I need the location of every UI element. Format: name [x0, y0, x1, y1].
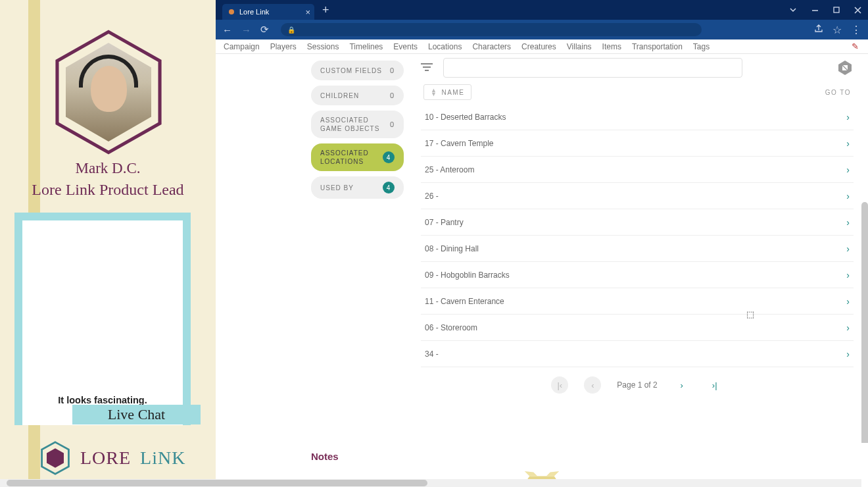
list-item[interactable]: 06 - Storeroom›: [421, 315, 854, 341]
menu-campaign[interactable]: Campaign: [224, 42, 260, 51]
menu-characters[interactable]: Characters: [472, 42, 511, 51]
pager-next-button[interactable]: ›: [673, 376, 690, 394]
svg-marker-14: [546, 471, 560, 476]
brand-word-1: LORE: [80, 448, 131, 469]
lock-icon: 🔒: [287, 26, 295, 34]
list-item[interactable]: 07 - Pantry›: [421, 209, 854, 236]
pager-prev-button[interactable]: ‹: [584, 376, 601, 394]
menu-villains[interactable]: Villains: [567, 42, 592, 51]
new-tab-button[interactable]: +: [322, 3, 329, 17]
kebab-menu-icon[interactable]: ⋮: [851, 24, 861, 36]
vertical-scrollbar[interactable]: [861, 202, 868, 443]
list-item[interactable]: 11 - Cavern Enterance›: [421, 288, 854, 315]
tab-badge: 4: [383, 151, 395, 163]
page-content: Campaign Players Sessions Timelines Even…: [216, 39, 868, 487]
notes-header: Notes: [216, 443, 868, 462]
browser-address-bar: ← → ⟳ 🔒 ☆ ⋮: [216, 20, 868, 39]
menu-items[interactable]: Items: [602, 42, 621, 51]
tab-used-by[interactable]: Used By 4: [311, 176, 404, 199]
chat-message: It looks fascinating.: [22, 395, 183, 405]
tab-label-line2: Locations: [320, 157, 369, 166]
chevron-right-icon[interactable]: ›: [846, 191, 850, 201]
chevron-right-icon[interactable]: ›: [846, 112, 850, 122]
tab-label: Used By: [320, 184, 354, 192]
app-menubar: Campaign Players Sessions Timelines Even…: [216, 39, 868, 54]
horizontal-scrollbar[interactable]: [216, 479, 861, 487]
brand-logo: LORE LiNK: [39, 441, 185, 475]
chevron-right-icon[interactable]: ›: [846, 270, 850, 280]
menu-players[interactable]: Players: [270, 42, 297, 51]
back-button[interactable]: ←: [222, 24, 232, 36]
scrollbar-thumb[interactable]: [216, 480, 427, 486]
tab-associated-locations[interactable]: Associated Locations 4: [311, 143, 404, 171]
browser-window: Lore Link × + ← → ⟳ 🔒 ☆ ⋮ Campaign Playe…: [216, 0, 868, 487]
list-item[interactable]: 10 - Deserted Barracks›: [421, 104, 854, 130]
pager-last-button[interactable]: ›|: [706, 376, 723, 394]
chevron-right-icon[interactable]: ›: [846, 296, 850, 307]
filter-icon[interactable]: [421, 61, 433, 75]
list-item[interactable]: 26 -›: [421, 183, 854, 209]
menu-transportation[interactable]: Transportation: [632, 42, 683, 51]
tab-label: Children: [320, 92, 359, 99]
tab-count: 0: [390, 120, 395, 128]
associated-locations-panel: ▲▼ Name Go To 10 - Deserted Barracks› 17…: [413, 54, 868, 443]
tab-custom-fields[interactable]: Custom Fields 0: [311, 61, 404, 80]
close-icon[interactable]: [854, 7, 861, 14]
hexagon-icon: [39, 441, 71, 475]
svg-marker-13: [525, 471, 538, 476]
menu-sessions[interactable]: Sessions: [307, 42, 339, 51]
chevron-right-icon[interactable]: ›: [846, 244, 850, 254]
favicon-icon: [229, 9, 234, 14]
menu-tags[interactable]: Tags: [693, 42, 710, 51]
stream-overlay-panel: Mark D.C. Lore Link Product Lead It look…: [0, 0, 216, 487]
close-icon[interactable]: ×: [305, 7, 310, 17]
star-icon[interactable]: ☆: [832, 24, 842, 36]
minimize-icon[interactable]: [811, 7, 819, 14]
chevron-right-icon[interactable]: ›: [846, 217, 850, 228]
browser-tab[interactable]: Lore Link ×: [222, 4, 314, 20]
list-item[interactable]: 25 - Anteroom›: [421, 157, 854, 183]
list-item[interactable]: 17 - Cavern Temple›: [421, 130, 854, 157]
tab-badge: 4: [383, 182, 395, 193]
menu-locations[interactable]: Locations: [428, 42, 462, 51]
hexagon-icon[interactable]: [836, 59, 854, 76]
sort-arrows-icon: ▲▼: [431, 88, 437, 96]
forward-button[interactable]: →: [241, 24, 251, 36]
tab-count: 0: [390, 91, 395, 99]
pagination: |‹ ‹ Page 1 of 2 › ›|: [421, 367, 854, 403]
sort-label: Name: [441, 89, 464, 96]
tab-label-line2: Game Objects: [320, 124, 379, 133]
list-item[interactable]: 34 -›: [421, 341, 854, 367]
chat-panel: It looks fascinating.: [14, 213, 191, 425]
chevron-right-icon[interactable]: ›: [846, 349, 850, 359]
pager-first-button[interactable]: |‹: [551, 376, 568, 394]
tab-children[interactable]: Children 0: [311, 86, 404, 105]
chevron-down-icon[interactable]: [789, 6, 797, 14]
goto-header: Go To: [825, 89, 851, 96]
url-input[interactable]: 🔒: [281, 23, 702, 36]
chevron-right-icon[interactable]: ›: [846, 322, 850, 333]
side-tab-list: Custom Fields 0 Children 0 Associated Ga…: [216, 54, 413, 443]
svg-marker-2: [47, 448, 64, 468]
menu-timelines[interactable]: Timelines: [349, 42, 383, 51]
presenter-title: Lore Link Product Lead: [0, 181, 216, 199]
tab-count: 0: [390, 66, 395, 74]
chevron-right-icon[interactable]: ›: [846, 165, 850, 175]
list-item[interactable]: 08 - Dining Hall›: [421, 236, 854, 262]
tab-title: Lore Link: [239, 8, 269, 16]
share-icon[interactable]: [814, 24, 823, 36]
tab-label: Custom Fields: [320, 67, 382, 74]
chat-label: Live Chat: [72, 405, 201, 424]
reload-button[interactable]: ⟳: [260, 24, 269, 36]
search-input[interactable]: [443, 58, 742, 78]
menu-events[interactable]: Events: [393, 42, 418, 51]
brand-word-2: LiNK: [140, 448, 185, 469]
tab-associated-objects[interactable]: Associated Game Objects 0: [311, 111, 404, 138]
list-item[interactable]: 09 - Hobgoblin Barracks›: [421, 262, 854, 288]
menu-creatures[interactable]: Creatures: [521, 42, 556, 51]
chevron-right-icon[interactable]: ›: [846, 138, 850, 149]
pager-text: Page 1 of 2: [617, 380, 657, 390]
maximize-icon[interactable]: [833, 7, 840, 13]
edit-pencil-icon[interactable]: ✎: [852, 41, 859, 51]
sort-name-button[interactable]: ▲▼ Name: [423, 84, 471, 100]
